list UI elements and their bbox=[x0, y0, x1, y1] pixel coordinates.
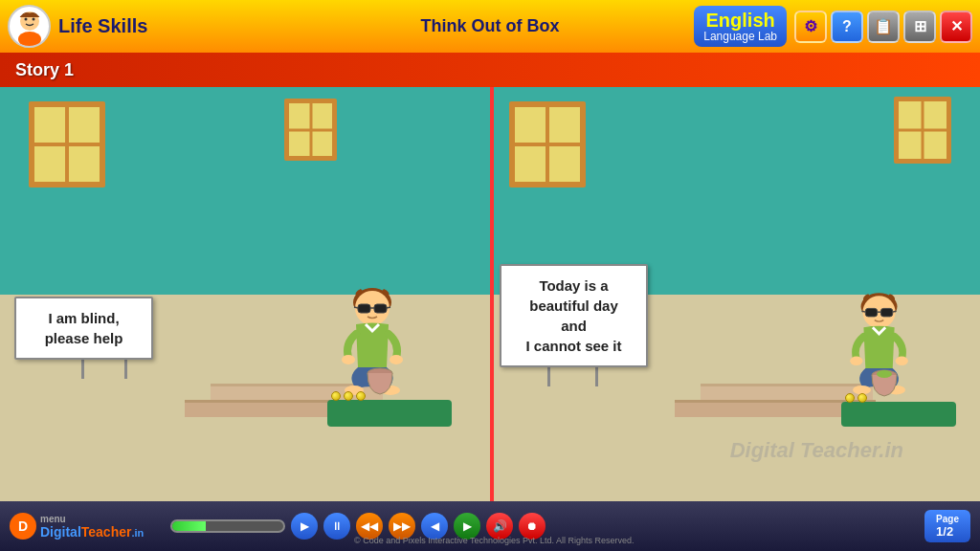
progress-bar[interactable] bbox=[170, 519, 285, 533]
svg-line-21 bbox=[862, 311, 866, 312]
sign-leg-left bbox=[81, 360, 84, 379]
coins-right bbox=[845, 393, 867, 403]
coins-left bbox=[331, 391, 366, 401]
app-container: Life Skills Think Out of Box English Lan… bbox=[0, 0, 980, 551]
story-label: Story 1 bbox=[15, 60, 74, 80]
svg-rect-6 bbox=[358, 304, 370, 313]
svg-rect-18 bbox=[865, 308, 877, 317]
mat-left bbox=[327, 400, 452, 427]
left-sign-board: I am blind, please help bbox=[14, 297, 153, 360]
menu-label: menu bbox=[40, 514, 144, 524]
help-button[interactable]: ? bbox=[831, 11, 863, 43]
close-button[interactable]: ✕ bbox=[940, 11, 972, 43]
pause-button[interactable]: ⏸ bbox=[323, 513, 350, 540]
main-content: I am blind, please help bbox=[0, 87, 980, 501]
divider-line bbox=[490, 87, 494, 501]
story-bar: Story 1 bbox=[0, 53, 980, 87]
coin3 bbox=[356, 391, 366, 401]
sign-leg-right2 bbox=[595, 367, 598, 386]
mascot-icon bbox=[8, 5, 51, 48]
sign-leg-right bbox=[547, 367, 550, 386]
svg-line-22 bbox=[893, 311, 897, 312]
coin2 bbox=[344, 391, 353, 401]
svg-rect-7 bbox=[374, 304, 387, 313]
page-label: Page bbox=[936, 514, 959, 524]
center-title: Think Out of Box bbox=[421, 16, 560, 36]
header-right: English Language Lab ⚙ ? 📋 ⊞ ✕ bbox=[694, 6, 972, 47]
svg-point-24 bbox=[896, 357, 908, 365]
svg-rect-19 bbox=[880, 308, 892, 317]
window-left-right-panel bbox=[509, 101, 586, 187]
left-sign-text: I am blind, please help bbox=[30, 308, 138, 348]
footer-logo-icon: D bbox=[10, 513, 36, 540]
svg-point-2 bbox=[24, 17, 27, 20]
right-sign-text: Today is a beautiful day and I cannot se… bbox=[515, 276, 633, 356]
svg-point-12 bbox=[390, 355, 403, 364]
coin-r2 bbox=[858, 393, 867, 403]
pot-left bbox=[366, 365, 394, 400]
right-panel: Today is a beautiful day and I cannot se… bbox=[490, 87, 980, 501]
window-right-left-panel bbox=[284, 99, 337, 161]
header-left: Life Skills bbox=[8, 5, 147, 48]
sign-leg-left2 bbox=[124, 360, 127, 379]
svg-point-23 bbox=[850, 357, 862, 365]
pot-right bbox=[870, 367, 899, 402]
svg-point-28 bbox=[877, 370, 892, 378]
play-button[interactable]: ▶ bbox=[291, 513, 318, 540]
page-number: 1/2 bbox=[936, 524, 953, 539]
progress-bar-fill bbox=[172, 521, 206, 531]
expand-button[interactable]: ⊞ bbox=[903, 11, 936, 43]
lang-title: English bbox=[706, 10, 775, 31]
header: Life Skills Think Out of Box English Lan… bbox=[0, 0, 980, 53]
book-button[interactable]: 📋 bbox=[867, 11, 900, 43]
right-sign-board: Today is a beautiful day and I cannot se… bbox=[500, 264, 648, 367]
mat-right bbox=[841, 402, 956, 427]
left-panel: I am blind, please help bbox=[0, 87, 490, 501]
coin1 bbox=[331, 391, 341, 401]
footer-logo: D menu DigitalTeacher.in bbox=[10, 513, 144, 540]
lang-sub: Language Lab bbox=[703, 31, 777, 43]
svg-line-10 bbox=[387, 307, 390, 308]
svg-line-9 bbox=[354, 307, 358, 308]
logo-text: DigitalTeacher.in bbox=[40, 524, 144, 540]
footer-logo-text: menu DigitalTeacher.in bbox=[40, 514, 144, 540]
window-right-right-panel bbox=[894, 97, 951, 164]
copyright: © Code and Pixels Interactive Technologi… bbox=[354, 536, 635, 545]
window-left-panel bbox=[29, 101, 105, 187]
coin-r1 bbox=[845, 393, 855, 403]
settings-button[interactable]: ⚙ bbox=[794, 11, 827, 43]
page-indicator: Page 1/2 bbox=[924, 510, 970, 542]
lang-lab-box: English Language Lab bbox=[694, 6, 787, 47]
scene-container: I am blind, please help bbox=[0, 87, 980, 501]
app-title: Life Skills bbox=[58, 15, 147, 37]
svg-point-11 bbox=[342, 355, 355, 364]
footer: D menu DigitalTeacher.in ▶ ⏸ ◀◀ ▶▶ ◀ bbox=[0, 501, 980, 551]
svg-point-1 bbox=[18, 32, 41, 46]
svg-point-3 bbox=[32, 17, 34, 20]
